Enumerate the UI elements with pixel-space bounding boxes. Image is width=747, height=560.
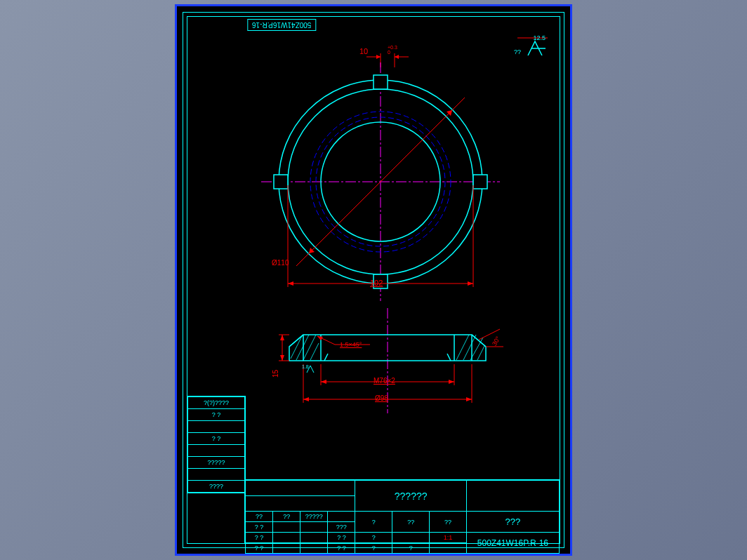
tb-r2c4: ??? [328,522,355,533]
chamfer-label: 1.5×45° [340,341,362,348]
inner-dia-label: Ø98 [375,394,388,402]
slot-dia-label: 102 [370,279,383,287]
svg-rect-15 [473,175,487,189]
tb-r4c4: ? ? [328,543,355,554]
svg-rect-12 [374,75,388,89]
slot-width-value: 10 [359,47,368,55]
tb-m5: ?? [392,512,430,533]
tb-b5: ? [392,543,430,554]
rev-l4: ????? [188,457,245,469]
surface-other: ?? [514,48,521,55]
outer-dia-label: Ø110 [272,259,289,267]
tb-r3c1: ? ? [246,533,273,543]
slot-tolerance: +0.3 0 [388,45,397,55]
rev-l3: ? ? [188,433,245,445]
title-block: ?????? ????????? ????? ??? ? ???? ? ?? ?… [244,479,560,544]
title-text: ?????? [355,481,466,512]
part-number-text: 500Z41W16P.R-16 [466,533,559,554]
scale-text: 1:1 [430,533,467,543]
part-number-rotated: 500Z41W16P.R-16 [247,19,316,31]
tb-r4c1: ? ? [246,543,273,554]
tb-r1c2: ?? [273,512,300,522]
tb-r2c1: ? ? [246,522,273,533]
tb-r1c1: ?? [246,512,273,522]
thread-label: M76×2 [374,377,395,385]
svg-line-24 [310,343,319,360]
rev-l2: ? ? [188,409,245,421]
tb-m1: ? [355,512,392,533]
svg-line-21 [291,336,302,359]
surf-small: 1.8 [302,364,309,369]
rev-l5: ???? [188,481,245,493]
revision-block: ?(?)???? ? ? ? ? ????? ???? [187,396,246,493]
height-label: 15 [272,370,279,378]
surface-value: 12.5 [533,34,546,41]
svg-line-23 [303,335,316,360]
tb-r1c3: ????? [300,512,328,522]
top-view [268,69,493,294]
tb-r3c4: ? ? [328,533,355,543]
tb-m6: ?? [430,512,467,533]
svg-line-25 [456,335,469,360]
svg-line-28 [477,346,484,360]
tb-b4: ? [355,543,392,554]
svg-rect-14 [274,175,288,189]
tb-b1: ? [355,533,392,543]
drawing-sheet: 500Z41W16P.R-16 12.5 ?? 10 +0.3 0 Ø110 1… [175,4,572,556]
rev-l1: ?(?)???? [188,397,245,409]
company-text: ??? [466,512,559,533]
svg-line-26 [463,335,476,360]
